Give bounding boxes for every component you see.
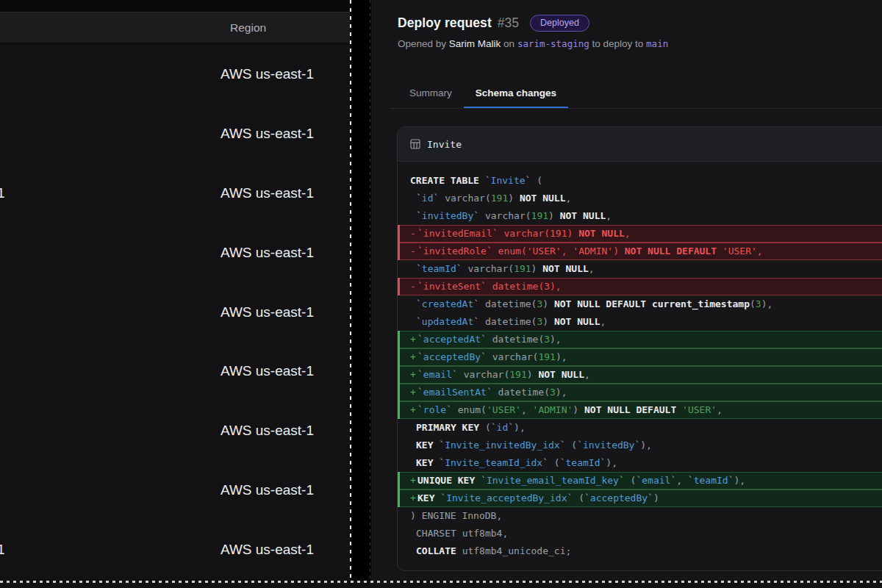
diff-marker: + — [410, 348, 416, 366]
table-row-region-cell[interactable]: AWS us-east-1 — [220, 304, 314, 321]
table-row-region-cell[interactable]: AWS us-east-1 — [220, 541, 314, 559]
diff-line-removed: -`invitedEmail` varchar(191) NOT NULL, — [398, 225, 882, 243]
clipped-cell-text: 1 — [0, 184, 5, 202]
table-row-region-cell[interactable]: AWS us-east-1 — [220, 244, 314, 262]
diff-marker: + — [410, 366, 416, 384]
table-header-row: Region — [0, 12, 351, 43]
diff-line-context: ) ENGINE InnoDB, — [398, 507, 882, 525]
table-name: Invite — [427, 139, 462, 150]
diff-line-context: PRIMARY KEY (`id`), — [398, 419, 882, 437]
status-badge: Deployed — [530, 15, 589, 32]
diff-line-added: +`role` enum('USER', 'ADMIN') NOT NULL D… — [398, 401, 882, 419]
target-branch-link[interactable]: main — [646, 38, 668, 49]
selection-marquee-vertical-line — [350, 0, 351, 581]
diff-line-removed: -`invitedRole` enum('USER', 'ADMIN') NOT… — [398, 243, 882, 260]
byline-on: on — [503, 38, 514, 49]
table-section-header: Invite — [398, 127, 882, 162]
table-row-region-cell[interactable]: AWS us-east-1 — [220, 184, 314, 202]
diff-marker: - — [410, 278, 416, 295]
byline-opened-by: Opened by — [398, 38, 446, 49]
diff-line-context: `createdAt` datetime(3) NOT NULL DEFAULT… — [398, 295, 882, 313]
table-row-region-cell[interactable]: AWS us-east-1 — [220, 65, 314, 83]
tab-divider — [390, 108, 882, 109]
page-title: Deploy request — [398, 15, 492, 31]
diff-line-added: +`emailSentAt` datetime(3), — [398, 384, 882, 401]
diff-line-context: COLLATE utf8mb4_unicode_ci; — [398, 542, 882, 560]
deploy-request-title-row: Deploy request #35 Deployed — [398, 15, 589, 32]
diff-line-context: `id` varchar(191) NOT NULL, — [398, 190, 882, 207]
byline: Opened by Sarim Malik on sarim-staging t… — [398, 38, 668, 49]
diff-line-context: CREATE TABLE `Invite` ( — [398, 172, 882, 190]
tab-summary[interactable]: Summary — [398, 76, 464, 109]
diff-line-context: KEY `Invite_invitedBy_idx` (`invitedBy`)… — [398, 437, 882, 454]
bottom-strip — [0, 583, 882, 588]
author-name: Sarim Malik — [449, 38, 501, 49]
schema-diff-card: Invite CREATE TABLE `Invite` (`id` varch… — [397, 126, 882, 571]
diff-marker: + — [410, 490, 416, 507]
table-row-region-cell[interactable]: AWS us-east-1 — [220, 362, 314, 380]
diff-marker: + — [410, 331, 416, 348]
byline-to-deploy-to: to deploy to — [592, 38, 644, 49]
sql-diff-code: CREATE TABLE `Invite` (`id` varchar(191)… — [398, 162, 882, 571]
diff-marker: + — [410, 384, 416, 401]
table-row-region-cell[interactable]: AWS us-east-1 — [220, 125, 314, 143]
diff-line-context: KEY `Invite_teamId_idx` (`teamId`), — [398, 454, 882, 472]
deploy-request-number: #35 — [498, 15, 519, 31]
diff-line-added: +KEY `Invite_acceptedBy_idx` (`acceptedB… — [398, 490, 882, 507]
diff-marker: - — [410, 243, 416, 260]
source-branch-link[interactable]: sarim-staging — [517, 38, 589, 49]
diff-line-added: +`acceptedAt` datetime(3), — [398, 331, 882, 348]
clipped-cell-text: 1 — [0, 541, 5, 559]
tab-bar: SummarySchema changes — [398, 76, 568, 109]
diff-line-added: +UNIQUE KEY `Invite_email_teamId_key` (`… — [398, 472, 882, 490]
diff-marker: - — [410, 225, 416, 243]
diff-line-context: CHARSET utf8mb4, — [398, 525, 882, 542]
region-column-header: Region — [230, 12, 266, 43]
diff-line-context: `invitedBy` varchar(191) NOT NULL, — [398, 207, 882, 225]
table-row-region-cell[interactable]: AWS us-east-1 — [220, 422, 314, 440]
table-icon — [410, 139, 420, 149]
diff-line-context: `updatedAt` datetime(3) NOT NULL, — [398, 313, 882, 331]
diff-marker: + — [410, 401, 416, 419]
diff-line-added: +`acceptedBy` varchar(191), — [398, 348, 882, 366]
table-row-region-cell[interactable]: AWS us-east-1 — [220, 481, 314, 499]
table-top-gutter — [0, 0, 351, 12]
deploy-request-panel: Deploy request #35 Deployed Opened by Sa… — [371, 0, 882, 581]
window-edge-dashed-line — [370, 0, 370, 581]
tab-schema-changes[interactable]: Schema changes — [464, 76, 568, 109]
diff-line-removed: -`inviteSent` datetime(3), — [398, 278, 882, 295]
diff-line-added: +`email` varchar(191) NOT NULL, — [398, 366, 882, 384]
diff-marker: + — [410, 472, 416, 490]
diff-line-context: `teamId` varchar(191) NOT NULL, — [398, 260, 882, 278]
branches-table-panel: Region AWS us-east-1AWS us-east-1AWS us-… — [0, 0, 351, 581]
